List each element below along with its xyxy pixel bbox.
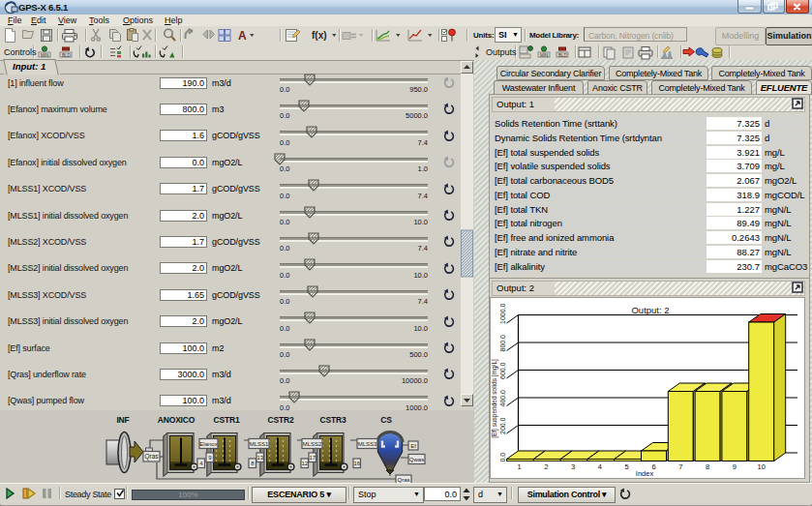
svg-text:2: 2 xyxy=(544,462,548,471)
svg-text:[Ef] suspended solids [mg/L]: [Ef] suspended solids [mg/L] xyxy=(491,359,498,438)
svg-text:1: 1 xyxy=(517,462,521,471)
svg-text:INF: INF xyxy=(116,415,129,425)
svg-text:BLD: BLD xyxy=(62,53,72,58)
svg-text:CSTR1: CSTR1 xyxy=(214,415,240,425)
svg-text:7: 7 xyxy=(678,462,682,471)
svg-text:A: A xyxy=(238,29,247,43)
svg-text:9: 9 xyxy=(733,462,737,471)
svg-text:f(x): f(x) xyxy=(312,30,327,41)
svg-text:MIN: MIN xyxy=(41,53,48,58)
svg-text:13: 13 xyxy=(256,455,263,461)
svg-text:17: 17 xyxy=(309,455,316,461)
svg-text:Ef: Ef xyxy=(410,443,416,449)
svg-text:800.0: 800.0 xyxy=(499,335,506,352)
svg-text:MLSS3: MLSS3 xyxy=(358,441,377,447)
svg-text:12: 12 xyxy=(301,461,308,466)
svg-text:0.0: 0.0 xyxy=(499,453,506,462)
svg-text:5: 5 xyxy=(625,462,629,471)
svg-text:4: 4 xyxy=(598,462,602,471)
svg-text:1000.0: 1000.0 xyxy=(499,303,506,324)
svg-text:CS: CS xyxy=(380,415,392,425)
svg-text:MIN: MIN xyxy=(540,53,548,58)
svg-text:3: 3 xyxy=(571,462,575,471)
svg-text:BLD: BLD xyxy=(558,53,568,58)
svg-text:10: 10 xyxy=(758,462,766,471)
svg-text:8: 8 xyxy=(706,462,709,471)
svg-text:Output: 2: Output: 2 xyxy=(631,305,669,315)
svg-text:CSTR2: CSTR2 xyxy=(268,415,294,425)
svg-text:Index: Index xyxy=(636,469,654,478)
svg-text:CSTR3: CSTR3 xyxy=(320,415,346,425)
svg-text:200.0: 200.0 xyxy=(499,417,506,434)
svg-text:ANOXICO: ANOXICO xyxy=(158,415,195,425)
svg-text:MLSS1: MLSS1 xyxy=(250,441,269,447)
svg-text:600.0: 600.0 xyxy=(499,362,506,379)
svg-text:16: 16 xyxy=(353,461,360,466)
svg-text:400.0: 400.0 xyxy=(499,390,506,407)
svg-text:Elanox: Elanox xyxy=(199,441,217,447)
svg-text:Qwas: Qwas xyxy=(409,457,424,462)
svg-text:MLSS2: MLSS2 xyxy=(303,441,322,447)
svg-text:Qras: Qras xyxy=(144,453,159,461)
